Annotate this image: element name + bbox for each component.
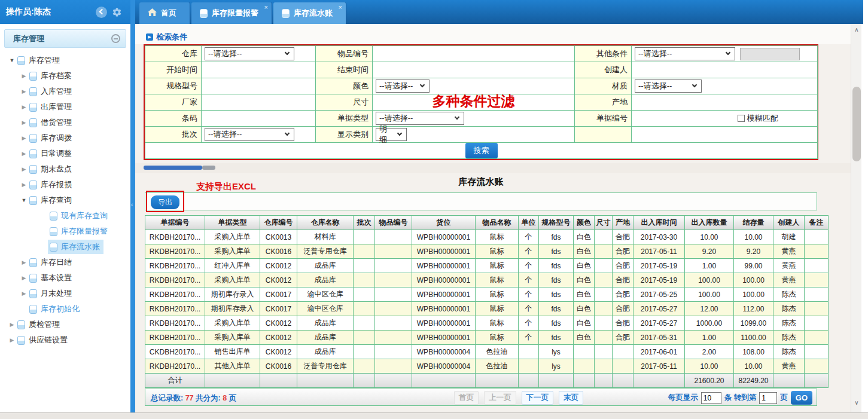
last-page-button[interactable]: 末页: [559, 391, 583, 405]
table-row[interactable]: RKDBH20170...采购入库单CK0012成品库WPBH00000001鼠…: [145, 273, 829, 288]
sidebar-item-现有库存查询[interactable]: 现有库存查询: [0, 208, 130, 224]
expand-arrow-icon[interactable]: ▶: [20, 290, 28, 296]
first-page-button[interactable]: 首页: [454, 391, 479, 405]
input-单据编号[interactable]: [633, 111, 817, 126]
table-cell: [595, 331, 613, 345]
table-row[interactable]: RKDBH20170...其他入库单CK0016泛普专用仓库WPBH000000…: [145, 359, 829, 374]
expand-arrow-icon[interactable]: ▶: [8, 322, 16, 328]
sidebar-item-库存限量报警[interactable]: 库存限量报警: [0, 224, 130, 239]
input-厂家[interactable]: [203, 94, 315, 110]
collapse-arrow-icon[interactable]: ▼: [8, 57, 16, 63]
tab-首页[interactable]: 首页: [139, 2, 190, 24]
sidebar-item-基本设置[interactable]: ▶基本设置: [0, 270, 130, 286]
table-cell: 成品库: [297, 259, 354, 273]
gear-icon[interactable]: [112, 7, 122, 17]
table-row[interactable]: RKDBH20170...期初库存录入CK0017渝中区仓库WPBH000000…: [145, 302, 829, 316]
table-row[interactable]: RKDBH20170...采购入库单CK0012成品库WPBH00000001鼠…: [145, 331, 829, 345]
sidebar-item-出库管理[interactable]: ▶出库管理: [0, 99, 130, 115]
horizontal-scrollbar-thumb[interactable]: [144, 166, 202, 170]
scroll-up-icon[interactable]: ∧: [851, 26, 862, 33]
horizontal-scrollbar-segment[interactable]: [202, 166, 215, 170]
sidebar-item-期末盘点[interactable]: ▶期末盘点: [0, 161, 130, 177]
search-section-header[interactable]: ▶ 检索条件: [146, 32, 187, 42]
select-批次[interactable]: --请选择--: [205, 128, 294, 141]
expand-arrow-icon[interactable]: ▶: [20, 259, 28, 265]
table-cell: fds: [539, 244, 574, 259]
per-page-input[interactable]: [701, 392, 721, 404]
sidebar-item-库存调拨[interactable]: ▶库存调拨: [0, 130, 130, 146]
input-条码[interactable]: [203, 111, 315, 126]
select-单据类型[interactable]: --请选择--: [376, 112, 464, 125]
expand-arrow-icon[interactable]: ▶: [20, 73, 28, 79]
sidebar-item-库存管理[interactable]: ▼库存管理: [0, 53, 130, 68]
table-cell: 2017-05-27: [634, 316, 685, 331]
tab-库存流水账[interactable]: 库存流水账×: [273, 2, 346, 24]
select-其他条件[interactable]: --请选择--: [635, 47, 735, 60]
sidebar-item-日常调整[interactable]: ▶日常调整: [0, 146, 130, 161]
expand-arrow-icon[interactable]: ▶: [20, 166, 28, 172]
expand-arrow-icon[interactable]: ▶: [8, 337, 16, 343]
select-显示类别[interactable]: 明细: [376, 128, 407, 141]
input-物品编号[interactable]: [374, 46, 574, 62]
collapse-panel-icon[interactable]: [111, 34, 120, 43]
expand-arrow-icon[interactable]: ▶: [20, 104, 28, 110]
sidebar-item-库存报损[interactable]: ▶库存报损: [0, 177, 130, 192]
collapse-arrow-icon[interactable]: ▼: [20, 197, 28, 203]
input-创建人[interactable]: [633, 62, 817, 78]
table-row[interactable]: RKDBH20170...红冲入库单CK0012成品库WPBH00000001鼠…: [145, 259, 829, 273]
tab-label: 库存限量报警: [212, 8, 258, 19]
table-row[interactable]: RKDBH20170...期初库存录入CK0017渝中区仓库WPBH000000…: [145, 288, 829, 302]
sidebar-item-入库管理[interactable]: ▶入库管理: [0, 84, 130, 99]
total-cell: 21600.20: [685, 374, 734, 388]
sidebar-item-月末处理[interactable]: ▶月末处理: [0, 286, 130, 301]
sidebar-item-库存查询[interactable]: ▼库存查询: [0, 192, 130, 208]
scroll-down-icon[interactable]: ∨: [851, 399, 862, 406]
search-button[interactable]: 搜索: [465, 143, 498, 158]
expand-arrow-icon[interactable]: ▶: [20, 88, 28, 94]
expand-arrow-icon[interactable]: ▶: [20, 151, 28, 157]
sidebar-item-质检管理[interactable]: ▶质检管理: [0, 317, 130, 332]
expand-arrow-icon[interactable]: ▶: [20, 135, 28, 141]
sidebar-splitter[interactable]: ‹: [130, 0, 135, 412]
sidebar-item-供应链设置[interactable]: ▶供应链设置: [0, 332, 130, 348]
sidebar-item-库存档案[interactable]: ▶库存档案: [0, 68, 130, 84]
sidebar-item-库存流水账[interactable]: 库存流水账: [0, 239, 130, 255]
select-颜色[interactable]: --请选择--: [376, 79, 430, 93]
fuzzy-match-label: 模糊匹配: [747, 113, 778, 124]
fuzzy-match-checkbox[interactable]: [738, 115, 745, 122]
vertical-scrollbar-thumb[interactable]: [852, 87, 861, 161]
expand-arrow-icon[interactable]: ▶: [20, 275, 28, 281]
sidebar-item-借货管理[interactable]: ▶借货管理: [0, 115, 130, 130]
table-row[interactable]: CKDBH20170...销售出库单CK0012成品库WPBH00000004色…: [145, 345, 829, 359]
table-row[interactable]: RKDBH20170...采购入库单CK0013材料库WPBH00000001鼠…: [145, 230, 829, 244]
vertical-scrollbar[interactable]: ∧ ∨: [851, 24, 861, 412]
close-icon[interactable]: ×: [264, 4, 268, 11]
chevron-down-icon: [285, 50, 290, 55]
prev-page-button[interactable]: 上一页: [484, 391, 516, 405]
expand-arrow-icon[interactable]: ▶: [20, 182, 28, 188]
table-row[interactable]: RKDBH20170...采购入库单CK0012成品库WPBH00000001鼠…: [145, 316, 829, 331]
input-产地[interactable]: [633, 94, 817, 110]
export-button[interactable]: 导出: [151, 195, 179, 209]
sidebar-item-库存初始化[interactable]: 库存初始化: [0, 301, 130, 317]
goto-page-input[interactable]: [759, 392, 777, 404]
table-cell: 2017-05-19: [634, 273, 685, 288]
total-cell: [539, 374, 574, 388]
input-结束时间[interactable]: [374, 62, 574, 78]
expand-arrow-icon[interactable]: ▶: [20, 120, 28, 126]
table-cell: 2017-05-25: [634, 288, 685, 302]
field-label-颜色: 颜色: [316, 78, 373, 94]
table-cell: [519, 359, 539, 374]
go-button[interactable]: GO: [791, 391, 812, 405]
tab-库存限量报警[interactable]: 库存限量报警×: [191, 2, 272, 24]
document-icon: [29, 305, 37, 314]
input-开始时间[interactable]: [203, 62, 315, 78]
close-icon[interactable]: ×: [339, 4, 342, 11]
table-row[interactable]: RKDBH20170...采购入库单CK0016泛普专用仓库WPBH000000…: [145, 244, 829, 259]
next-page-button[interactable]: 下一页: [522, 391, 554, 405]
collapse-sidebar-icon[interactable]: [96, 7, 107, 18]
select-材质[interactable]: --请选择--: [635, 79, 702, 93]
select-仓库[interactable]: --请选择--: [205, 47, 294, 60]
input-规格型号[interactable]: [203, 78, 315, 94]
sidebar-item-库存日结[interactable]: ▶库存日结: [0, 255, 130, 270]
